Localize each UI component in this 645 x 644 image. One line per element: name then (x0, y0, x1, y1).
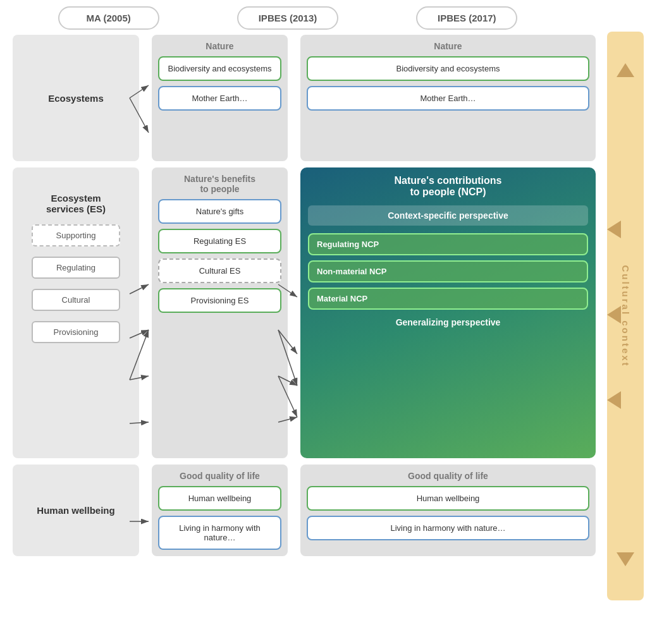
ecosystems-section: Ecosystems (13, 35, 139, 161)
supporting-box: Supporting (32, 224, 120, 246)
col2-wellbeing-panel: Good quality of life Human wellbeing Liv… (152, 465, 288, 556)
svg-marker-18 (607, 221, 621, 238)
cultural-context-arrow-bottom (617, 552, 634, 569)
cultural-context-arrow-mid3 (607, 391, 621, 411)
col3-human-wellbeing-box: Human wellbeing (307, 486, 589, 511)
col3-ncp-outer: Nature's contributionsto people (NCP) Co… (300, 167, 596, 458)
ecosystem-services-section: Ecosystemservices (ES) Supporting Regula… (13, 167, 139, 458)
col2-human-wellbeing-box: Human wellbeing (158, 486, 281, 511)
col3-wellbeing-panel: Good quality of life Human wellbeing Liv… (300, 465, 596, 556)
ncp-title: Nature's contributionsto people (NCP) (308, 175, 588, 198)
cultural-context-sidebar: Cultural context (607, 32, 644, 600)
col2-mother-earth-box: Mother Earth… (158, 86, 281, 111)
col2-benefits-label: Nature's benefitsto people (158, 174, 281, 194)
svg-marker-15 (617, 63, 634, 77)
col1-ma: Ecosystems Ecosystemservices (ES) Suppor… (13, 35, 139, 556)
cultural-context-arrow-top (617, 63, 634, 80)
col-header-ipbes2017: IPBES (2017) (416, 6, 517, 30)
col3-living-harmony-box: Living in harmony with nature… (307, 516, 589, 540)
ecosystems-label: Ecosystems (48, 93, 104, 104)
es-title: Ecosystemservices (ES) (46, 193, 106, 214)
col2-provisioning-es-box: Provisioning ES (158, 288, 281, 313)
material-ncp-box: Material NCP (308, 288, 588, 310)
provisioning-box: Provisioning (32, 321, 120, 343)
col2-nature-label: Nature (158, 41, 281, 51)
human-wellbeing-label: Human wellbeing (37, 505, 114, 516)
cultural-box: Cultural (32, 289, 120, 311)
col2-cultural-es-box: Cultural ES (158, 258, 281, 283)
column-headers: MA (2005) IPBES (2013) IPBES (2017) (6, 6, 639, 30)
col3-nature-label: Nature (307, 41, 589, 51)
cultural-context-arrow-mid2 (607, 221, 621, 241)
col3-mother-earth-box: Mother Earth… (307, 86, 589, 111)
col2-ipbes2013: Nature Biodiversity and ecosystems Mothe… (152, 35, 288, 556)
col3-good-quality-label: Good quality of life (307, 471, 589, 481)
regulating-box: Regulating (32, 257, 120, 279)
cultural-context-text: Cultural context (620, 265, 631, 367)
regulating-ncp-box: Regulating NCP (308, 233, 588, 255)
main-container: MA (2005) IPBES (2013) IPBES (2017) (0, 0, 645, 644)
col3-biodiversity-box: Biodiversity and ecosystems (307, 56, 589, 81)
human-wellbeing-section: Human wellbeing (13, 465, 139, 556)
col2-good-quality-label: Good quality of life (158, 471, 281, 481)
cultural-context-arrow-mid1 (607, 306, 621, 326)
col2-benefits-panel: Nature's benefitsto people Nature's gift… (152, 167, 288, 458)
generalizing-label: Generalizing perspective (308, 317, 588, 327)
non-material-ncp-box: Non-material NCP (308, 260, 588, 283)
col2-natures-gifts-box: Nature's gifts (158, 199, 281, 224)
col2-living-harmony-box: Living in harmony with nature… (158, 516, 281, 550)
svg-marker-16 (617, 552, 634, 566)
col3-nature-panel: Nature Biodiversity and ecosystems Mothe… (300, 35, 596, 161)
context-specific-label: Context-specific perspective (308, 205, 588, 226)
col3-ipbes2017: Nature Biodiversity and ecosystems Mothe… (300, 35, 596, 556)
svg-marker-19 (607, 391, 621, 409)
col-header-ma: MA (2005) (58, 6, 159, 30)
svg-marker-17 (607, 306, 621, 324)
col2-nature-panel: Nature Biodiversity and ecosystems Mothe… (152, 35, 288, 161)
col3-ncp-panel: Nature's contributionsto people (NCP) Co… (300, 167, 596, 458)
col2-regulating-es-box: Regulating ES (158, 229, 281, 253)
col2-biodiversity-box: Biodiversity and ecosystems (158, 56, 281, 81)
col-header-ipbes2013: IPBES (2013) (237, 6, 338, 30)
